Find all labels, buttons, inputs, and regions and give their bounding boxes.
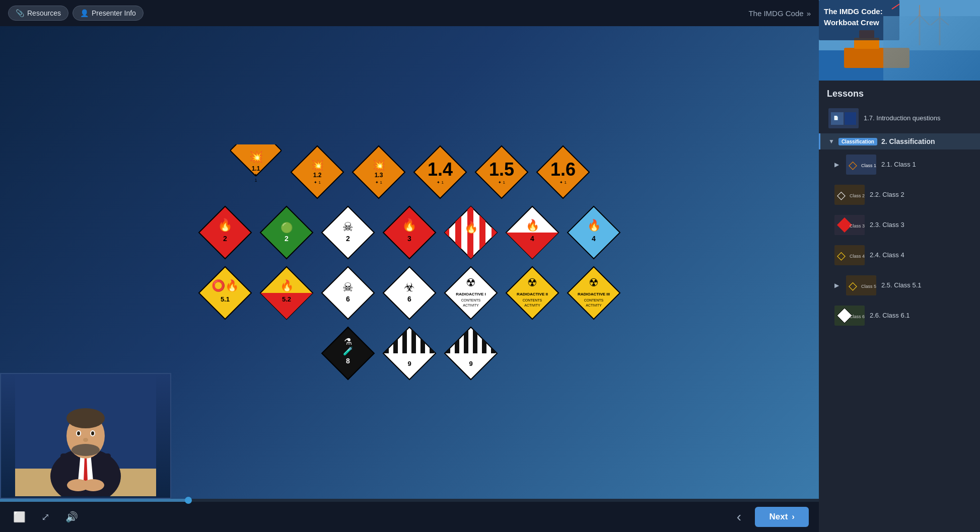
svg-rect-94 — [446, 326, 450, 353]
svg-rect-85 — [384, 326, 389, 353]
lesson-item-class51[interactable]: ▶ ◇ Class 5.1 2.5. Class 5.1 — [819, 270, 980, 300]
resources-button[interactable]: 📎 Resources — [8, 6, 68, 21]
lesson-item-class61[interactable]: Class 6.1 2.6. Class 6.1 — [819, 300, 980, 331]
svg-text:Class 3: Class 3 — [850, 223, 865, 229]
svg-text:2: 2 — [223, 235, 227, 243]
progress-dot — [185, 497, 192, 504]
chevron-icon: ▼ — [828, 138, 834, 145]
lesson-thumb-class2: ◇ Class 2 — [834, 185, 865, 205]
hazmat-1-5: 1.5 ✦ 1 — [474, 144, 529, 200]
svg-marker-50 — [199, 267, 251, 319]
lesson-item-class3[interactable]: Class 3 2.3. Class 3 — [819, 210, 980, 240]
breadcrumb-text: The IMDG Code — [748, 9, 803, 18]
captions-icon: ⬜ — [13, 511, 26, 523]
svg-rect-137 — [845, 112, 856, 125]
svg-text:2: 2 — [346, 235, 350, 243]
svg-text:🔥: 🔥 — [402, 217, 417, 232]
presenter-info-label: Presenter Info — [92, 9, 136, 17]
sidebar-thumbnail: The IMDG Code: Workboat Crew — [819, 0, 980, 81]
next-label: Next — [769, 512, 788, 522]
bottom-controls: ⬜ ⤢ 🔊 ‹ Next › — [0, 502, 819, 532]
svg-text:6: 6 — [407, 295, 411, 303]
svg-text:✦  1: ✦ 1 — [437, 180, 444, 185]
classification-title: 2. Classification — [881, 137, 935, 145]
lesson-item-class2[interactable]: ◇ Class 2 2.2. Class 2 — [819, 180, 980, 210]
presenter-figure — [1, 374, 170, 498]
thumbnail-bg-image — [883, 16, 980, 81]
lesson-thumb-class61: Class 6.1 — [834, 306, 865, 326]
presenter-video — [0, 373, 171, 499]
lesson-title-class2: 2.2. Class 2 — [870, 191, 904, 199]
svg-text:8: 8 — [346, 357, 350, 365]
svg-text:9: 9 — [469, 360, 472, 367]
section-classification[interactable]: ▼ Classification 2. Classification — [819, 133, 980, 149]
lessons-title: Lessons — [827, 89, 864, 99]
svg-text:💥: 💥 — [373, 159, 385, 171]
lesson-item-intro[interactable]: 📄 1.7. Introduction questions — [819, 103, 980, 133]
svg-text:◇: ◇ — [837, 189, 846, 201]
svg-text:CONTENTS: CONTENTS — [584, 298, 604, 302]
next-button[interactable]: Next › — [755, 507, 809, 527]
prev-button[interactable]: ‹ — [729, 507, 749, 527]
svg-text:✦  1: ✦ 1 — [375, 180, 382, 185]
progress-bar — [0, 499, 188, 502]
captions-button[interactable]: ⬜ — [10, 508, 28, 526]
svg-text:ACTIVITY: ACTIVITY — [463, 303, 479, 307]
svg-marker-31 — [383, 206, 436, 259]
svg-text:1.5: 1.5 — [489, 159, 514, 180]
svg-point-112 — [77, 431, 80, 435]
lesson-title-class51: 2.5. Class 5.1 — [881, 281, 922, 290]
svg-text:The IMDG Code:: The IMDG Code: — [824, 7, 883, 16]
svg-text:4: 4 — [530, 235, 534, 243]
lesson-title-class1: 2.1. Class 1 — [881, 161, 916, 169]
svg-text:RADIOACTIVE II: RADIOACTIVE II — [517, 292, 548, 296]
svg-text:✦  1: ✦ 1 — [314, 180, 321, 185]
progress-area — [0, 499, 819, 502]
svg-marker-22 — [199, 206, 251, 259]
svg-text:ACTIVITY: ACTIVITY — [586, 303, 602, 307]
svg-text:6: 6 — [346, 295, 350, 303]
fullscreen-button[interactable]: ⤢ — [36, 508, 54, 526]
svg-text:Workboat Crew: Workboat Crew — [824, 18, 879, 27]
svg-text:5.1: 5.1 — [221, 295, 230, 303]
lesson-item-class1[interactable]: ▶ ◇ Class 1 2.1. Class 1 — [819, 149, 980, 180]
lesson-item-class4[interactable]: ◇ Class 4 2.4. Class 4 — [819, 240, 980, 270]
expand-icon-51: ▶ — [834, 282, 839, 289]
svg-text:1.4: 1.4 — [428, 159, 453, 180]
svg-point-114 — [83, 438, 88, 442]
svg-text:☢: ☢ — [527, 276, 537, 289]
svg-point-113 — [91, 431, 94, 435]
hazmat-1-4: 1.4 ✦ 1 — [412, 144, 468, 200]
svg-rect-40 — [492, 205, 498, 260]
svg-text:1.1: 1.1 — [252, 165, 260, 172]
svg-text:🔥: 🔥 — [464, 220, 478, 234]
svg-text:RADIOACTIVE I: RADIOACTIVE I — [456, 292, 486, 296]
svg-text:☢: ☢ — [466, 276, 476, 289]
hazmat-2-red: 🔥 2 — [197, 205, 253, 260]
svg-point-109 — [72, 444, 100, 456]
lesson-title-class61: 2.6. Class 6.1 — [870, 312, 910, 320]
volume-icon: 🔊 — [65, 511, 78, 523]
hazmat-1-1: 💥 1.1 ✦ 1 — [228, 144, 284, 200]
svg-text:Class 6.1: Class 6.1 — [850, 314, 865, 319]
sidebar: The IMDG Code: Workboat Crew Lessons 📄 1… — [819, 0, 980, 532]
svg-text:Class 2: Class 2 — [850, 193, 865, 198]
svg-text:RADIOACTIVE III: RADIOACTIVE III — [578, 292, 610, 296]
breadcrumb: The IMDG Code » — [748, 9, 811, 18]
presenter-svg — [15, 375, 156, 496]
hazmat-1-3: 💥 1.3 ✦ 1 — [351, 144, 406, 200]
expand-icon: ▶ — [834, 161, 839, 168]
svg-text:1: 1 — [254, 178, 257, 183]
presenter-info-button[interactable]: 👤 Presenter Info — [73, 6, 144, 21]
svg-rect-86 — [393, 326, 398, 353]
svg-text:CONTENTS: CONTENTS — [461, 298, 481, 302]
bottom-left-controls: ⬜ ⤢ 🔊 — [10, 508, 81, 526]
hazmat-1-6: 1.6 ✦ 1 — [535, 144, 591, 200]
lesson-thumb-class1: ◇ Class 1 — [846, 155, 876, 175]
svg-text:1.6: 1.6 — [550, 159, 576, 180]
hazmat-8: ⚗ 🧪 8 — [320, 326, 376, 381]
person-icon: 👤 — [80, 9, 89, 17]
svg-text:1.2: 1.2 — [313, 172, 322, 179]
volume-button[interactable]: 🔊 — [62, 508, 81, 526]
top-bar-left: 📎 Resources 👤 Presenter Info — [8, 6, 144, 21]
